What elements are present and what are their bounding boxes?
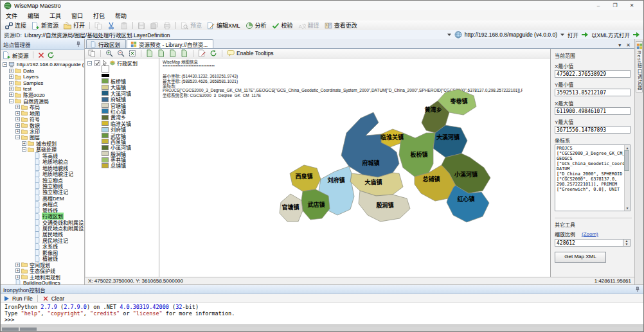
connect-button[interactable]: 连接 [3, 21, 29, 30]
extent-field-input[interactable] [555, 89, 631, 96]
preview-option-button-2[interactable] [156, 49, 166, 57]
edit-xml-button[interactable]: 编辑XML [204, 21, 243, 30]
open-xml-arrow-icon[interactable] [632, 31, 640, 39]
tab-list-dropdown-icon[interactable]: ▾ [618, 42, 621, 48]
save-button[interactable] [135, 21, 148, 30]
region-map[interactable]: 枣巷镇黄湾乡大溪河镇临淮关镇板桥镇府城镇小溪河镇总铺镇红心镇大庙镇刘府镇西泉镇武… [277, 89, 496, 234]
tree-expander-icon[interactable]: + [15, 123, 20, 128]
tree-item-Data[interactable]: +Data [1, 67, 84, 73]
delete-icon[interactable] [37, 51, 45, 59]
tree-expander-icon[interactable]: + [15, 117, 20, 121]
copy-button[interactable] [92, 21, 105, 30]
tree-expander-icon[interactable]: + [15, 129, 20, 134]
tree-expander-icon[interactable]: + [22, 141, 26, 146]
translate-button[interactable]: A文翻译 [296, 21, 322, 30]
menu-item-4[interactable]: 打包 [88, 10, 110, 21]
legend-style-swatch[interactable] [102, 66, 159, 72]
menu-item-1[interactable]: 编辑 [22, 10, 44, 21]
coordsys-scrollbar[interactable]: ▲▼ [624, 145, 630, 211]
tree-item-Layers[interactable]: +Layers [1, 74, 84, 80]
paste-button[interactable] [118, 21, 130, 30]
enable-tooltips-toggle[interactable]: Enable Tooltips [226, 49, 275, 57]
zoom-out-button[interactable] [116, 49, 126, 57]
preview-option-button-4[interactable] [179, 49, 190, 57]
zoom-in-button[interactable] [104, 49, 114, 57]
menu-item-0[interactable]: 文件 [1, 10, 22, 21]
close-button[interactable]: ✕ [623, 3, 640, 8]
print-button[interactable] [161, 21, 174, 30]
extent-field-input[interactable] [555, 126, 631, 134]
tree-expander-icon[interactable]: + [15, 263, 20, 267]
tree-expander-icon[interactable]: + [15, 268, 20, 273]
tree-expander-icon[interactable]: + [15, 111, 20, 116]
legend-item-总铺镇[interactable]: 总铺镇 [102, 162, 159, 168]
coordsys-textarea[interactable]: PROJCS ["CGCS2000_3_Degree_GK_CM_117E", … [555, 144, 631, 211]
tree-item-Samples[interactable]: +Samples [1, 80, 84, 85]
maximize-button[interactable]: ❐ [607, 3, 623, 8]
pin-icon[interactable] [75, 41, 82, 48]
refresh-button[interactable] [208, 49, 219, 57]
tree-item-数据[interactable]: +数据 [1, 122, 84, 128]
cut-button[interactable] [105, 21, 118, 30]
view-changes-button[interactable]: 查看更改 [322, 21, 360, 30]
map-canvas[interactable]: WiseMap 地图信息 ***************************… [159, 58, 550, 277]
tree-expander-icon[interactable]: + [9, 92, 13, 97]
zoom-scale-input[interactable] [555, 239, 623, 247]
tree-expander-icon[interactable]: − [15, 135, 20, 139]
tab-xingzhengquhua[interactable]: 行政区划 [86, 39, 126, 48]
extent-field-input[interactable] [555, 107, 631, 115]
clear-button[interactable]: Clear [51, 295, 64, 302]
zoom-extents-button[interactable] [127, 49, 138, 57]
extent-field-input[interactable] [555, 70, 631, 78]
pin-icon[interactable] [634, 286, 641, 293]
rest-debugger-tab[interactable]: Rest接口调试器 [636, 41, 643, 92]
sidebar-new-resource-button[interactable]: 新资源 [12, 51, 29, 59]
server-url[interactable]: http://192.168.0.8/mapguide (v4.0.0.0) [465, 31, 557, 38]
menu-item-2[interactable]: 工具 [44, 10, 66, 21]
new-resource-button[interactable]: 新资源 [29, 21, 61, 30]
get-map-xml-button[interactable]: Get Map XML [555, 252, 606, 263]
zoom-spinner[interactable]: ▲▼ [623, 239, 631, 247]
open-resource-button[interactable]: 打开 [568, 31, 578, 39]
validate-button[interactable]: 校验 [269, 21, 296, 30]
save-all-button[interactable] [148, 21, 161, 30]
tree-item-自然资源局[interactable]: −自然资源局 [1, 98, 84, 104]
preview-option-button-1[interactable] [145, 49, 155, 57]
tab-close-icon[interactable]: ✕ [626, 42, 631, 48]
tree-item-土地利用规划[interactable]: +土地利用规划 [1, 274, 84, 279]
tree-expander-icon[interactable]: + [9, 87, 13, 91]
copy-snapshot-button[interactable] [87, 49, 97, 57]
tree-item-BuildingOutlines[interactable]: BuildingOutlines [1, 280, 84, 284]
run-file-button[interactable]: Run File [12, 295, 33, 302]
tree-expander-icon[interactable]: − [9, 99, 13, 103]
tree-expander-icon[interactable]: + [9, 81, 13, 85]
open-button[interactable]: 打开 [61, 21, 87, 30]
zoom-link[interactable]: (Zoom) [582, 231, 598, 237]
history-dropdown-icon[interactable] [447, 32, 452, 37]
tree-expander-icon[interactable]: − [22, 147, 26, 152]
tree-item-http://192.168.0.8/mapguide (v4.0.0.0)[interactable]: −http://192.168.0.8/mapguide (v4.0.0.0) [1, 62, 84, 67]
edit-style-button[interactable] [197, 49, 207, 57]
tree-expander-icon[interactable]: + [9, 69, 13, 73]
tree-expander-icon[interactable]: + [15, 275, 20, 279]
layer-visibility-checkbox[interactable] [94, 60, 100, 66]
tree-expander-icon[interactable]: − [3, 62, 7, 67]
preview-option-button-3[interactable] [168, 49, 178, 57]
legend-root-row[interactable]: −行政区划 [87, 60, 159, 66]
tree-item-符号[interactable]: +符号 [1, 116, 84, 122]
tree-expander-icon[interactable]: + [9, 74, 13, 79]
menu-item-5[interactable]: 帮助 [110, 10, 132, 21]
console-output[interactable]: IronPython 2.7.9 (2.7.9.0) on .NET 4.0.3… [1, 303, 643, 324]
tree-item-水印[interactable]: +水印 [1, 128, 84, 134]
minimize-button[interactable]: – [590, 3, 607, 8]
legend-expander-icon[interactable]: − [87, 61, 92, 66]
open-xml-button[interactable]: 以XML方式打开 [591, 31, 630, 39]
menu-item-3[interactable]: 窗口 [66, 10, 88, 21]
tree-expander-icon[interactable]: + [15, 105, 20, 109]
preview-button[interactable]: 预览 [178, 21, 204, 30]
server-dropdown-icon[interactable] [560, 32, 565, 37]
profile-button[interactable]: 分析 [243, 21, 269, 30]
tree-item-地图[interactable]: +地图 [1, 110, 84, 116]
tree-item-布局[interactable]: +布局 [1, 104, 84, 110]
tab-resource-preview[interactable]: 资源预览 - Library://自然资... [127, 39, 213, 48]
